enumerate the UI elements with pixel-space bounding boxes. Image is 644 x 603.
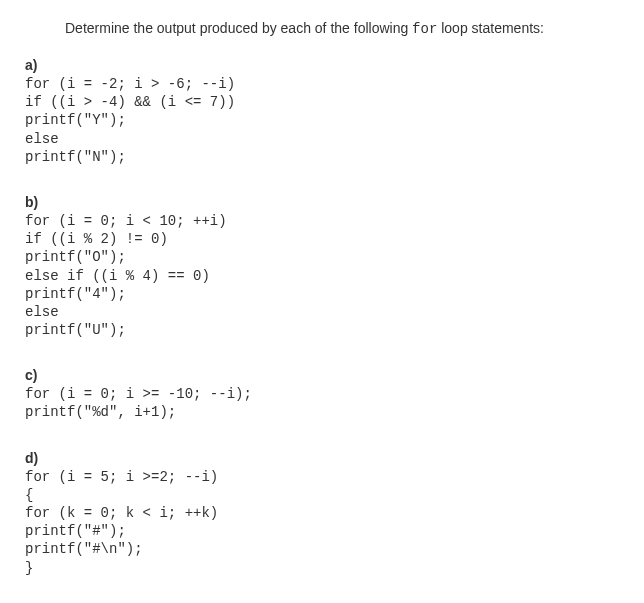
part-d: d) for (i = 5; i >=2; --i) { for (k = 0;… xyxy=(25,450,619,577)
part-a: a) for (i = -2; i > -6; --i) if ((i > -4… xyxy=(25,57,619,166)
part-label: d) xyxy=(25,450,619,466)
code-block-c: for (i = 0; i >= -10; --i); printf("%d",… xyxy=(25,385,619,421)
code-block-a: for (i = -2; i > -6; --i) if ((i > -4) &… xyxy=(25,75,619,166)
question-prompt: Determine the output produced by each of… xyxy=(25,20,619,37)
question-code-word: for xyxy=(412,21,437,37)
question-text-suffix: loop statements: xyxy=(437,20,544,36)
part-b: b) for (i = 0; i < 10; ++i) if ((i % 2) … xyxy=(25,194,619,339)
part-c: c) for (i = 0; i >= -10; --i); printf("%… xyxy=(25,367,619,421)
part-label: b) xyxy=(25,194,619,210)
code-block-d: for (i = 5; i >=2; --i) { for (k = 0; k … xyxy=(25,468,619,577)
part-label: a) xyxy=(25,57,619,73)
question-text-prefix: Determine the output produced by each of… xyxy=(65,20,412,36)
code-block-b: for (i = 0; i < 10; ++i) if ((i % 2) != … xyxy=(25,212,619,339)
part-label: c) xyxy=(25,367,619,383)
